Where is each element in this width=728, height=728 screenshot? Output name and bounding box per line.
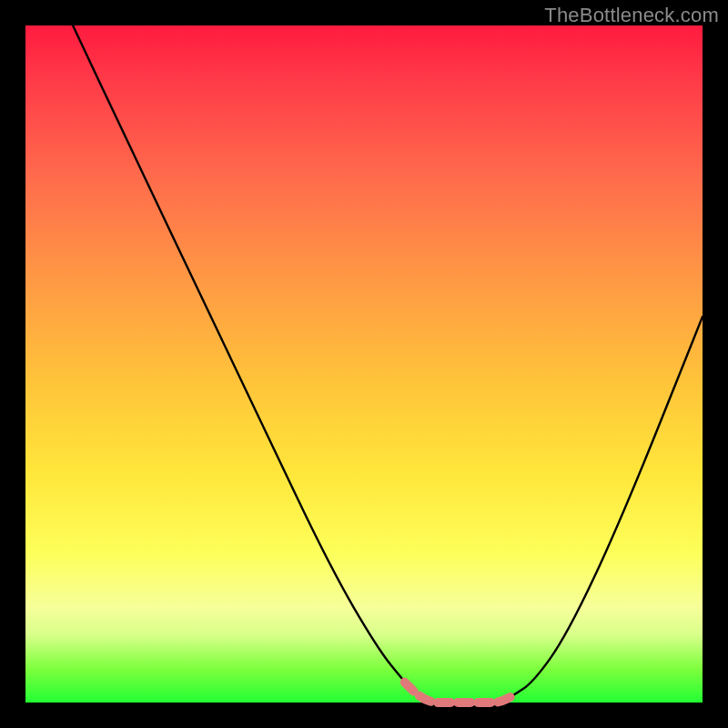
highlight-path — [405, 682, 513, 703]
curve-path — [73, 25, 703, 703]
curve-svg — [25, 25, 703, 703]
plot-area — [25, 25, 703, 703]
chart-frame: TheBottleneck.com — [0, 0, 728, 728]
watermark-text: TheBottleneck.com — [544, 4, 719, 27]
